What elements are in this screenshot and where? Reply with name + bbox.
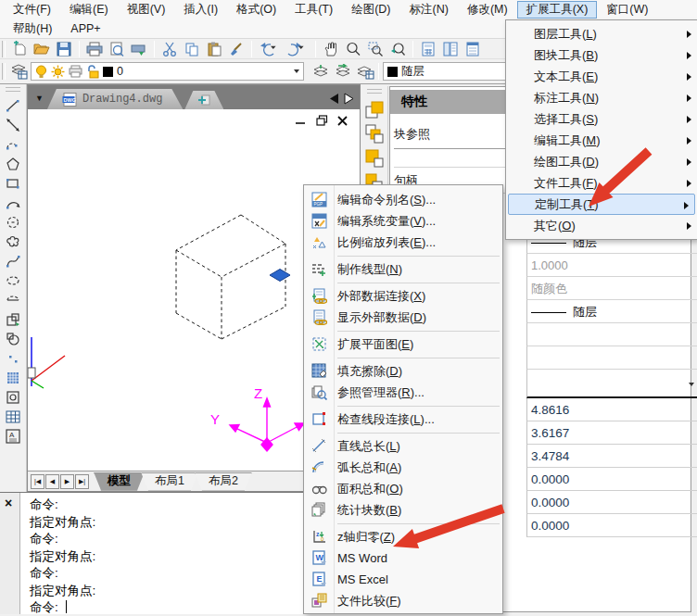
- menubar-item[interactable]: 插入(I): [174, 1, 227, 19]
- undo-icon[interactable]: [256, 40, 284, 58]
- publish-icon[interactable]: [128, 40, 150, 58]
- geometry-value-row[interactable]: 0.0000: [526, 514, 697, 537]
- color-combo[interactable]: 随层: [383, 62, 522, 81]
- menu-item-external-data-link[interactable]: 外部数据连接(X): [304, 285, 502, 307]
- new-icon[interactable]: [8, 40, 31, 58]
- match-properties-icon[interactable]: [225, 40, 247, 58]
- extended-menu-item[interactable]: 编辑工具(M): [506, 130, 697, 151]
- menu-item-reference-manager[interactable]: 参照管理器(R)...: [304, 382, 502, 403]
- quick-calc-icon[interactable]: [417, 40, 439, 58]
- unlock-icon[interactable]: [86, 65, 99, 79]
- property-value-row[interactable]: 随颜色: [526, 277, 697, 300]
- property-value-row[interactable]: [526, 346, 697, 370]
- layer-previous-icon[interactable]: [332, 62, 354, 81]
- rectangle-icon[interactable]: [2, 173, 24, 193]
- menubar-item[interactable]: APP+: [61, 20, 109, 38]
- menu-item-scale-list[interactable]: 比例缩放列表(E)...: [304, 232, 502, 253]
- property-value-row[interactable]: 1.0000: [526, 254, 697, 277]
- command-history[interactable]: 命令:指定对角点:命令:指定对角点:命令:指定对角点:命令:: [30, 497, 95, 616]
- menu-item-make-linetype[interactable]: 制作线型(N): [304, 258, 502, 280]
- property-value-row[interactable]: 随层: [526, 300, 697, 323]
- prev-tab-icon[interactable]: ◀: [45, 474, 59, 489]
- extended-menu-item[interactable]: 标注工具(N): [506, 87, 697, 108]
- grip-point[interactable]: [270, 270, 290, 282]
- tab-scroll-left-icon[interactable]: [329, 93, 340, 105]
- menubar-item[interactable]: 修改(M): [458, 1, 517, 19]
- bulb-on-icon[interactable]: [35, 65, 47, 79]
- menu-item-ms-word[interactable]: W MS Word: [304, 547, 502, 569]
- extended-menu-item[interactable]: 文本工具(E): [506, 66, 697, 87]
- copy-icon[interactable]: [181, 40, 203, 58]
- zoom-previous-icon[interactable]: [387, 40, 409, 58]
- menubar-item[interactable]: 格式(O): [227, 1, 285, 19]
- close-icon[interactable]: [337, 116, 348, 126]
- restore-icon[interactable]: [316, 115, 328, 126]
- insert-block-icon[interactable]: [2, 309, 24, 329]
- menu-item-edit-system-variable[interactable]: 编辑系统变量(V)...: [304, 210, 502, 232]
- extended-menu-item[interactable]: 绘图工具(D): [506, 151, 697, 172]
- layer-states-icon[interactable]: [354, 62, 376, 81]
- property-value-row[interactable]: [526, 323, 697, 346]
- next-tab-icon[interactable]: ▶: [60, 474, 74, 489]
- extended-menu-item[interactable]: 选择工具(S): [506, 108, 697, 130]
- region-icon[interactable]: [2, 387, 24, 407]
- mtext-icon[interactable]: A: [2, 426, 24, 446]
- arc-icon[interactable]: [2, 193, 24, 212]
- geometry-section-header[interactable]: [526, 370, 697, 398]
- menubar-item[interactable]: 标注(N): [400, 1, 458, 19]
- sun-icon[interactable]: [51, 65, 65, 79]
- ellipse-icon[interactable]: [2, 270, 24, 290]
- menubar-item[interactable]: 文件(F): [4, 1, 60, 19]
- spline-icon[interactable]: [2, 251, 24, 270]
- menu-item-hatch-erase[interactable]: 填充擦除(D): [304, 360, 502, 382]
- layer-properties-manager-icon[interactable]: [8, 62, 31, 81]
- extended-menu-item[interactable]: 图块工具(B): [506, 44, 697, 66]
- properties-palette-icon[interactable]: [462, 40, 484, 58]
- make-object-layer-current-icon[interactable]: [310, 62, 332, 81]
- print-icon[interactable]: [83, 40, 106, 58]
- menu-item-file-compare[interactable]: 文件比较(F): [304, 590, 502, 611]
- tab-scroll-right-icon[interactable]: [343, 93, 354, 105]
- table-icon[interactable]: [2, 407, 24, 426]
- polygon-icon[interactable]: [2, 154, 24, 173]
- menubar-item[interactable]: 工具(T): [285, 1, 342, 19]
- layer-tool-icon-2[interactable]: [363, 123, 386, 147]
- save-icon[interactable]: [53, 40, 75, 58]
- menu-item-edit-command-alias[interactable]: PGP 编辑命令别名(S)...: [304, 189, 502, 210]
- command-close-icon[interactable]: ×: [5, 496, 12, 510]
- minimize-icon[interactable]: [295, 116, 307, 126]
- extended-menu-item[interactable]: 文件工具(F): [506, 172, 697, 194]
- menubar-item[interactable]: 帮助(H): [4, 20, 61, 38]
- zoom-realtime-icon[interactable]: [342, 40, 364, 58]
- circle-icon[interactable]: [2, 212, 24, 232]
- layer-combo[interactable]: 0: [31, 62, 304, 81]
- extended-menu-item[interactable]: 图层工具(L): [506, 23, 697, 44]
- new-drawing-tab[interactable]: [184, 91, 223, 109]
- menu-item-count-blocks[interactable]: 统计块数(B): [304, 499, 502, 521]
- print-preview-icon[interactable]: [106, 40, 128, 58]
- drawing-tab[interactable]: DWG Drawing4.dwg: [47, 89, 183, 109]
- tab-model[interactable]: 模型: [94, 472, 145, 491]
- point-icon[interactable]: [2, 348, 24, 368]
- menu-item-ms-excel[interactable]: E MS Excel: [304, 569, 502, 590]
- extended-menu-item[interactable]: 定制工具(T): [508, 194, 695, 215]
- layer-combo-dropdown-icon[interactable]: [294, 69, 299, 73]
- menubar-item[interactable]: 扩展工具(X): [517, 1, 598, 19]
- paste-icon[interactable]: [203, 40, 225, 58]
- open-icon[interactable]: [31, 40, 53, 58]
- menu-item-check-segment-connection[interactable]: 检查线段连接(L)...: [304, 409, 502, 430]
- pan-icon[interactable]: [320, 40, 342, 58]
- layer-tool-icon-1[interactable]: [363, 99, 386, 123]
- geometry-value-row[interactable]: 4.8616: [526, 398, 697, 421]
- layer-tool-icon-3[interactable]: [363, 147, 386, 171]
- line-icon[interactable]: [2, 95, 24, 115]
- plot-icon[interactable]: [69, 65, 82, 78]
- ellipse-arc-icon[interactable]: [2, 290, 24, 309]
- menubar-item[interactable]: 绘图(D): [342, 1, 399, 19]
- hatch-icon[interactable]: [2, 368, 24, 387]
- last-tab-icon[interactable]: ▶|: [75, 474, 89, 489]
- menu-item-line-total-length[interactable]: 直线总长(L): [304, 435, 502, 457]
- make-block-icon[interactable]: [2, 329, 24, 348]
- tab-layout1[interactable]: 布局1: [141, 472, 198, 491]
- redo-icon[interactable]: [284, 40, 311, 58]
